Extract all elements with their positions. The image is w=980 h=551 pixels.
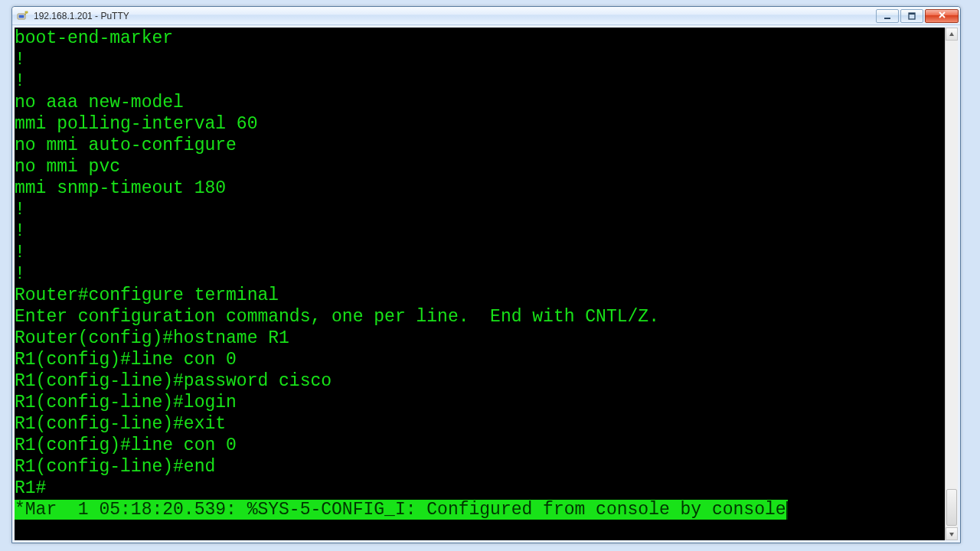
terminal-highlight-line: *Mar 1 05:18:20.539: %SYS-5-CONFIG_I: Co… [15,499,945,520]
window-controls [876,9,959,23]
maximize-button[interactable] [900,9,923,23]
terminal-line: Router(config)#hostname R1 [15,328,945,349]
scroll-up-button[interactable] [946,28,958,41]
terminal-line: ! [15,242,945,263]
terminal-line: no mmi auto-configure [15,135,945,156]
terminal-line: R1(config-line)#login [15,392,945,413]
terminal-line: ! [15,263,945,285]
terminal-cursor [786,500,788,520]
putty-app-icon [17,10,29,22]
terminal-line: Enter configuration commands, one per li… [15,306,945,328]
terminal-line: ! [15,70,945,92]
terminal-line: ! [15,199,945,220]
client-area: boot-end-marker!!no aaa new-modelmmi pol… [12,25,960,543]
close-icon [938,11,946,21]
putty-window: 192.168.1.201 - PuTTY boot-end-marker!!n… [11,6,961,543]
svg-rect-6 [909,13,915,15]
terminal-line: mmi polling-interval 60 [15,113,945,135]
terminal-line: R1# [15,478,945,499]
svg-rect-2 [25,11,28,13]
terminal-line: no mmi pvc [15,156,945,178]
terminal-line: R1(config-line)#end [15,456,945,478]
title-bar[interactable]: 192.168.1.201 - PuTTY [12,7,960,25]
terminal-line: ! [15,220,945,242]
close-button[interactable] [925,9,959,23]
terminal-line: ! [15,49,945,70]
svg-rect-4 [884,18,890,19]
terminal-line: R1(config-line)#password cisco [15,370,945,392]
terminal-line: no aaa new-model [15,92,945,113]
terminal-line: mmi snmp-timeout 180 [15,178,945,199]
terminal-line: R1(config)#line con 0 [15,349,945,370]
terminal-wrap: boot-end-marker!!no aaa new-modelmmi pol… [15,28,958,540]
minimize-button[interactable] [876,9,899,23]
terminal-line: R1(config)#line con 0 [15,435,945,456]
svg-marker-10 [949,533,954,536]
terminal-output[interactable]: boot-end-marker!!no aaa new-modelmmi pol… [15,28,945,540]
svg-rect-1 [19,15,24,18]
terminal-line: R1(config-line)#exit [15,413,945,435]
terminal-line: Router#configure terminal [15,285,945,306]
window-title: 192.168.1.201 - PuTTY [34,11,129,21]
scroll-down-button[interactable] [946,527,958,540]
svg-marker-9 [949,32,954,36]
terminal-line: boot-end-marker [15,28,945,49]
vertical-scrollbar[interactable] [945,28,958,540]
scroll-track[interactable] [946,41,958,527]
scroll-thumb[interactable] [946,489,957,526]
